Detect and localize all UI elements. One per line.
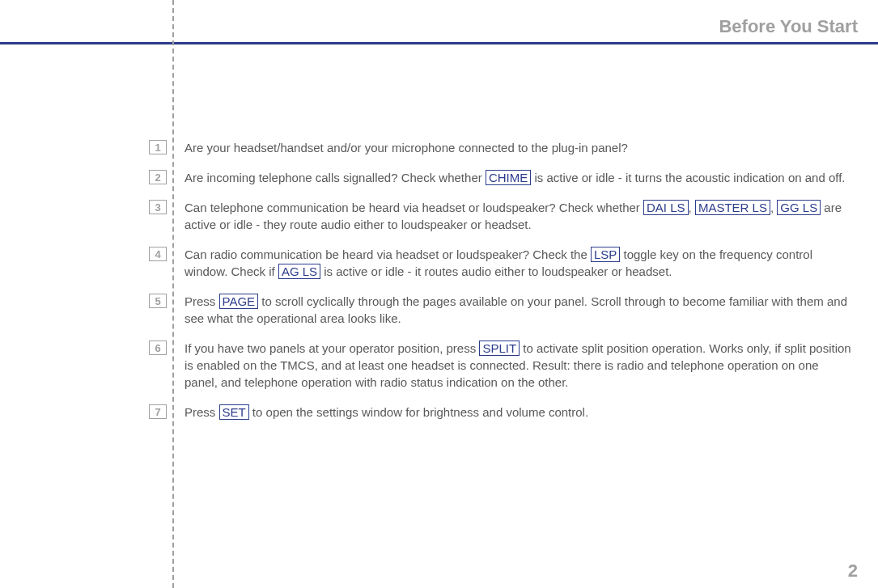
list-item-text: Can telephone communication be heard via…: [185, 199, 853, 233]
list-item-text: Are your headset/handset and/or your mic…: [185, 139, 853, 156]
text-fragment: is active or idle - it routes audio eith…: [320, 264, 672, 278]
keycap-split: SPLIT: [479, 341, 520, 356]
list-item-text: Are incoming telephone calls signalled? …: [185, 169, 853, 186]
keycap-set: SET: [219, 404, 249, 420]
text-fragment: to open the settings window for brightne…: [249, 405, 588, 419]
keycap-lsp: LSP: [591, 247, 620, 262]
text-fragment: If you have two panels at your operator …: [185, 341, 479, 355]
text-fragment: Can radio communication be heard via hea…: [185, 247, 591, 261]
list-item-number: 6: [149, 341, 167, 355]
list-item-text: Press SET to open the settings window fo…: [185, 404, 853, 421]
text-fragment: Press: [185, 405, 219, 419]
list-item: 2 Are incoming telephone calls signalled…: [149, 169, 853, 186]
list-item: 3 Can telephone communication be heard v…: [149, 199, 853, 233]
list-item: 4 Can radio communication be heard via h…: [149, 246, 853, 280]
list-item: 6 If you have two panels at your operato…: [149, 340, 853, 391]
keycap-master-ls: MASTER LS: [695, 200, 770, 215]
list-item: 7 Press SET to open the settings window …: [149, 404, 853, 421]
list-item: 5 Press PAGE to scroll cyclically throug…: [149, 293, 853, 327]
list-item-number: 1: [149, 140, 167, 154]
text-fragment: Press: [185, 294, 219, 308]
list-item-text: Can radio communication be heard via hea…: [185, 246, 853, 280]
keycap-dai-ls: DAI LS: [643, 200, 689, 215]
list-item-number: 4: [149, 247, 167, 261]
text-fragment: Are incoming telephone calls signalled? …: [185, 171, 486, 184]
header-rule: [0, 42, 878, 44]
text-fragment: Are your headset/handset and/or your mic…: [185, 141, 628, 154]
keycap-page: PAGE: [219, 294, 259, 309]
list-item-text: If you have two panels at your operator …: [185, 340, 853, 391]
list-item: 1 Are your headset/handset and/or your m…: [149, 139, 853, 156]
keycap-gg-ls: GG LS: [777, 200, 821, 215]
page-header-title: Before You Start: [719, 16, 858, 37]
content-list: 1 Are your headset/handset and/or your m…: [149, 139, 853, 434]
text-fragment: to scroll cyclically through the pages a…: [185, 294, 847, 325]
keycap-ag-ls: AG LS: [278, 264, 320, 279]
list-item-number: 5: [149, 294, 167, 308]
text-fragment: is active or idle - it turns the acousti…: [531, 171, 845, 184]
keycap-chime: CHIME: [486, 170, 531, 185]
list-item-text: Press PAGE to scroll cyclically through …: [185, 293, 853, 327]
page-number: 2: [848, 561, 858, 582]
list-item-number: 2: [149, 170, 167, 184]
text-fragment: Can telephone communication be heard via…: [185, 201, 643, 214]
text-fragment: ,: [689, 201, 695, 214]
list-item-number: 3: [149, 200, 167, 214]
list-item-number: 7: [149, 404, 167, 419]
